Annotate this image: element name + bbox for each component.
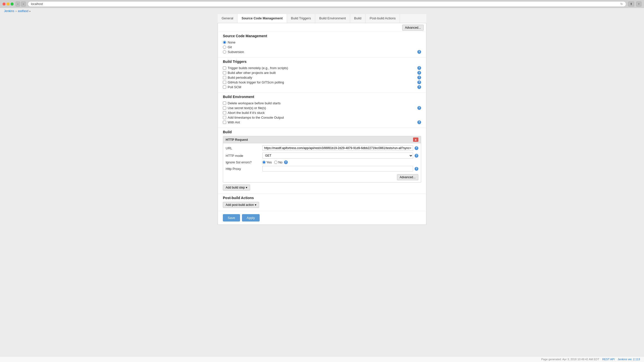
add-build-step-dropdown-icon: ▾	[246, 186, 247, 189]
source-code-management-section: Source Code Management None Git Subversi…	[218, 32, 426, 58]
bt-option-1: Trigger builds remotely (e.g., from scri…	[223, 66, 421, 70]
url-info-icon[interactable]: ?	[415, 146, 418, 150]
scm-git-radio[interactable]	[223, 46, 226, 49]
tab-build[interactable]: Build	[350, 14, 366, 23]
apply-button[interactable]: Apply	[242, 214, 260, 221]
bt1-info-icon[interactable]: ?	[417, 66, 421, 70]
bt-option-5: Poll SCM ?	[223, 85, 421, 89]
tab-post-build-actions[interactable]: Post-build Actions	[366, 14, 400, 23]
bt-option-3: Build periodically ?	[223, 75, 421, 80]
refresh-icon[interactable]: ↻	[620, 2, 623, 6]
be-option-1: Delete workspace before build starts	[223, 101, 421, 106]
url-label: URL	[226, 146, 261, 150]
build-triggers-title: Build Triggers	[223, 60, 421, 64]
maximize-window-btn[interactable]	[11, 3, 14, 6]
be3-checkbox[interactable]	[223, 111, 226, 114]
scm-svn-radio[interactable]	[223, 50, 226, 54]
jenkins-version-link[interactable]: Jenkins ver. 2.113	[618, 358, 640, 361]
be-option-2: Use secret text(s) or file(s) ?	[223, 106, 421, 110]
bt3-info-icon[interactable]: ?	[417, 76, 421, 79]
back-btn[interactable]: ‹	[16, 2, 20, 7]
forward-btn[interactable]: ›	[21, 2, 26, 7]
scm-option-git: Git	[223, 45, 421, 50]
breadcrumb-project-link[interactable]: asdfasd	[18, 9, 28, 13]
bt2-label: Build after other projects are built	[228, 71, 276, 75]
be4-checkbox[interactable]	[223, 116, 226, 119]
bt1-checkbox[interactable]	[223, 66, 226, 70]
build-triggers-section: Build Triggers Trigger builds remotely (…	[218, 58, 426, 93]
ignore-ssl-no-radio[interactable]	[274, 161, 277, 164]
http-request-label: HTTP Request	[226, 138, 248, 142]
scm-svn-label: Subversion	[228, 50, 244, 54]
tab-general[interactable]: General	[218, 14, 237, 23]
be5-checkbox[interactable]	[223, 121, 226, 124]
be1-checkbox[interactable]	[223, 102, 226, 105]
build-environment-title: Build Environment	[223, 95, 421, 99]
bt2-checkbox[interactable]	[223, 71, 226, 74]
address-bar[interactable]: localhost ↻	[28, 1, 626, 7]
ignore-ssl-yes-option: Yes	[262, 160, 272, 164]
tab-source-code-management[interactable]: Source Code Management	[237, 14, 287, 23]
add-build-step-label: Add build step	[226, 186, 245, 189]
bt1-label: Trigger builds remotely (e.g., from scri…	[228, 66, 288, 70]
ignore-ssl-row: Ignore Ssl errors? Yes	[226, 160, 418, 164]
http-proxy-input[interactable]	[262, 166, 413, 171]
save-button[interactable]: Save	[223, 214, 240, 221]
add-post-build-dropdown-icon: ▾	[255, 203, 256, 207]
http-mode-field-container: GET POST PUT DELETE ?	[262, 153, 418, 159]
add-build-step-btn[interactable]: Add build step ▾	[223, 185, 250, 191]
url-input[interactable]	[262, 145, 413, 151]
be-option-3: Abort the build if it's stuck	[223, 110, 421, 115]
remove-http-request-btn[interactable]: x	[413, 138, 418, 142]
scm-title: Source Code Management	[223, 34, 421, 38]
ignore-ssl-no-option: No	[274, 160, 283, 164]
be2-label: Use secret text(s) or file(s)	[228, 106, 266, 110]
scm-option-subversion: Subversion ?	[223, 50, 421, 54]
bt-option-2: Build after other projects are built ?	[223, 70, 421, 75]
bt2-info-icon[interactable]: ?	[417, 71, 421, 75]
bt4-checkbox[interactable]	[223, 81, 226, 84]
add-build-step-row: Add build step ▾	[223, 185, 421, 191]
ignore-ssl-info-icon[interactable]: ?	[284, 160, 288, 164]
post-build-actions-title: Post-build Actions	[223, 196, 421, 200]
http-proxy-info-icon[interactable]: ?	[415, 167, 418, 171]
breadcrumb-jenkins-link[interactable]: Jenkins	[4, 9, 14, 13]
breadcrumb-separator1: »	[15, 10, 17, 13]
http-proxy-field-container: ?	[262, 166, 418, 171]
share-btn[interactable]: ⬆	[628, 2, 634, 7]
be5-label: With Ant	[228, 120, 240, 124]
close-window-btn[interactable]	[3, 3, 6, 6]
build-environment-section: Build Environment Delete workspace befor…	[218, 93, 426, 128]
bt3-checkbox[interactable]	[223, 76, 226, 79]
bt5-info-icon[interactable]: ?	[417, 85, 421, 89]
ignore-ssl-no-label: No	[278, 160, 283, 164]
tabs-bar: General Source Code Management Build Tri…	[218, 14, 426, 23]
be2-checkbox[interactable]	[223, 106, 226, 110]
tab-build-environment[interactable]: Build Environment	[315, 14, 350, 23]
be3-label: Abort the build if it's stuck	[228, 111, 265, 115]
bt4-info-icon[interactable]: ?	[417, 80, 421, 84]
scm-none-radio[interactable]	[223, 41, 226, 44]
add-post-build-action-btn[interactable]: Add post-build action ▾	[223, 202, 259, 208]
be1-label: Delete workspace before build starts	[228, 101, 280, 105]
be2-info-icon[interactable]: ?	[417, 106, 421, 110]
be-option-4: Add timestamps to the Console Output	[223, 115, 421, 120]
scm-svn-info-icon[interactable]: ?	[417, 50, 421, 54]
content-panel: Advanced... Source Code Management None …	[218, 23, 426, 225]
http-request-card: HTTP Request x URL ?	[223, 136, 421, 183]
ignore-ssl-yes-radio[interactable]	[262, 161, 266, 164]
breadcrumb-arrow: ▸	[29, 10, 31, 13]
advanced-top-btn[interactable]: Advanced...	[402, 25, 424, 31]
new-tab-btn[interactable]: +	[636, 2, 641, 7]
bt5-checkbox[interactable]	[223, 85, 226, 89]
minimize-window-btn[interactable]	[7, 3, 10, 6]
ignore-ssl-yes-label: Yes	[266, 160, 272, 164]
http-proxy-label: Http Proxy	[226, 167, 261, 171]
bt5-label: Poll SCM	[228, 85, 241, 89]
http-mode-select[interactable]: GET POST PUT DELETE	[262, 153, 413, 159]
build-card-advanced-btn[interactable]: Advanced...	[397, 174, 418, 180]
rest-api-link[interactable]: REST API	[602, 358, 615, 361]
tab-build-triggers[interactable]: Build Triggers	[287, 14, 315, 23]
http-mode-info-icon[interactable]: ?	[415, 154, 418, 158]
be5-info-icon[interactable]: ?	[417, 120, 421, 124]
